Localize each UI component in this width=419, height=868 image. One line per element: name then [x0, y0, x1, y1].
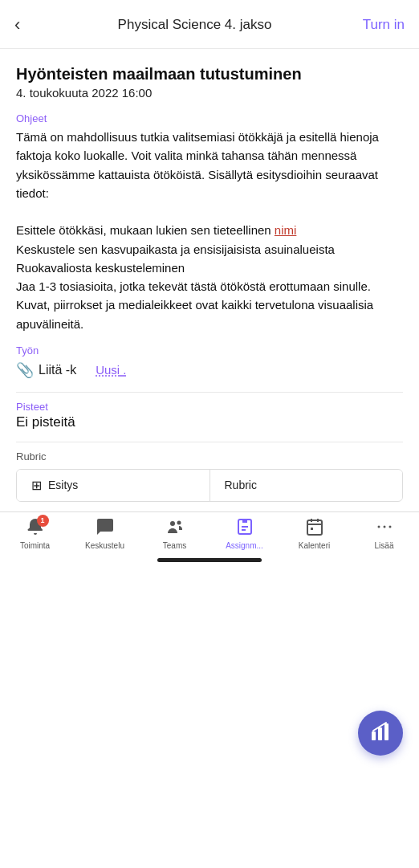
instructions-body: Tämä on mahdollisuus tutkia valitsemiasi…	[16, 128, 403, 333]
nav-teams-label: Teams	[163, 541, 186, 550]
work-label: Työn	[16, 344, 403, 357]
calendar-icon	[305, 517, 324, 540]
home-indicator	[157, 558, 262, 562]
nav-item-assignments[interactable]: Assignm...	[210, 517, 279, 550]
svg-rect-12	[311, 528, 313, 530]
header-title: Physical Science 4. jakso	[26, 17, 362, 33]
nav-kalenteri-label: Kalenteri	[299, 541, 330, 550]
instructions-label: Ohjeet	[16, 112, 403, 124]
bottom-nav: 1 Toiminta Keskustelu Te	[0, 511, 419, 562]
rubric-section: Rubric ⊞ Esitys Rubric	[16, 450, 403, 502]
section-tabs: ⊞ Esitys Rubric	[16, 469, 403, 502]
divider-2	[16, 442, 403, 442]
divider-1	[16, 392, 403, 393]
svg-rect-1	[378, 727, 382, 740]
nav-keskustelu-label: Keskustelu	[85, 541, 124, 550]
back-button[interactable]: ‹	[14, 11, 26, 39]
assignment-title: Hyönteisten maailmaan tutustuminen	[16, 63, 403, 84]
instructions-p6: Kuvat, piirrokset ja medialeikkeet ovat …	[16, 298, 373, 330]
assignment-date: 4. toukokuuta 2022 16:00	[16, 86, 403, 100]
instructions-p4: Ruokavaliosta keskusteleminen	[16, 261, 185, 275]
points-value: Ei pisteitä	[16, 414, 403, 430]
svg-point-13	[377, 525, 380, 528]
nav-lisaa-label: Lisää	[375, 541, 394, 550]
svg-point-14	[383, 525, 385, 528]
header: ‹ Physical Science 4. jakso Turn in	[0, 0, 419, 49]
nav-assignments-label: Assignm...	[226, 541, 263, 550]
nav-item-toiminta[interactable]: 1 Toiminta	[0, 517, 70, 550]
instructions-p3: Keskustele sen kasvupaikasta ja ensisija…	[16, 242, 335, 256]
tab-esitys[interactable]: ⊞ Esitys	[17, 470, 210, 501]
tab-esitys-label: Esitys	[48, 479, 78, 491]
bell-icon: 1	[26, 517, 45, 540]
new-label: Uusi	[96, 363, 120, 377]
fab-icon	[369, 720, 392, 746]
nav-item-lisaa[interactable]: Lisää	[349, 517, 419, 550]
svg-point-4	[177, 520, 181, 524]
points-section: Pisteet Ei pisteitä	[16, 401, 403, 430]
tab-rubric-label: Rubric	[225, 479, 257, 491]
instructions-p2a: Esittele ötökkäsi, mukaan lukien sen tie…	[16, 223, 275, 237]
teams-icon	[165, 517, 185, 540]
instructions-p2b: nimi	[275, 223, 297, 237]
svg-rect-2	[384, 723, 388, 740]
new-dot: .	[123, 363, 126, 377]
nav-item-kalenteri[interactable]: Kalenteri	[279, 517, 349, 550]
bottom-nav-inner: 1 Toiminta Keskustelu Te	[0, 512, 419, 553]
instructions-p1: Tämä on mahdollisuus tutkia valitsemiasi…	[16, 130, 379, 200]
svg-rect-8	[307, 520, 322, 535]
svg-point-3	[170, 521, 175, 526]
attach-label: Liitä -k	[39, 363, 76, 377]
more-icon	[375, 517, 394, 540]
toiminta-badge: 1	[37, 515, 49, 527]
work-section: Työn 📎 Liitä -k Uusi .	[16, 344, 403, 379]
nav-toiminta-label: Toiminta	[20, 541, 50, 550]
main-content: Hyönteisten maailmaan tutustuminen 4. to…	[0, 49, 419, 502]
points-label: Pisteet	[16, 401, 403, 413]
nav-item-keskustelu[interactable]: Keskustelu	[70, 517, 140, 550]
new-button[interactable]: Uusi .	[96, 363, 126, 377]
fab-button[interactable]	[358, 711, 403, 756]
grid-icon: ⊞	[31, 478, 42, 493]
attach-button[interactable]: 📎 Liitä -k	[16, 361, 76, 379]
work-actions: 📎 Liitä -k Uusi .	[16, 361, 403, 379]
assignments-icon	[235, 517, 254, 540]
rubric-label: Rubric	[16, 450, 403, 463]
instructions-p5: Jaa 1-3 tosiasioita, jotka tekevät tästä…	[16, 279, 371, 293]
svg-rect-0	[372, 731, 376, 740]
turnin-button[interactable]: Turn in	[363, 17, 405, 33]
chat-icon	[96, 517, 115, 540]
tab-rubric[interactable]: Rubric	[210, 471, 403, 499]
paperclip-icon: 📎	[16, 361, 34, 379]
nav-item-teams[interactable]: Teams	[140, 517, 210, 550]
svg-point-15	[388, 525, 391, 528]
